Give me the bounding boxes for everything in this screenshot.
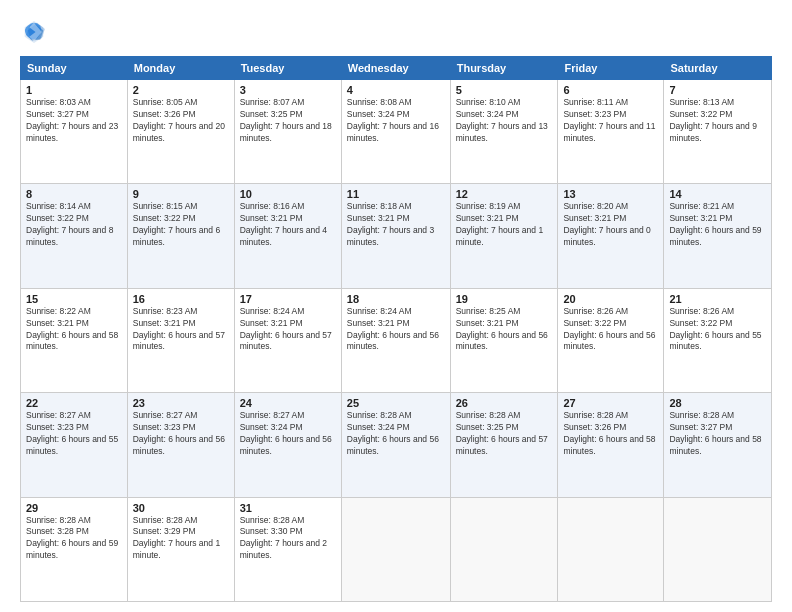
day-number: 21 (669, 293, 766, 305)
day-number: 8 (26, 188, 122, 200)
day-info: Sunrise: 8:16 AMSunset: 3:21 PMDaylight:… (240, 201, 336, 249)
day-cell: 31 Sunrise: 8:28 AMSunset: 3:30 PMDaylig… (234, 497, 341, 601)
day-of-week-sunday: Sunday (21, 57, 128, 80)
day-info: Sunrise: 8:28 AMSunset: 3:27 PMDaylight:… (669, 410, 766, 458)
day-cell: 1 Sunrise: 8:03 AMSunset: 3:27 PMDayligh… (21, 80, 128, 184)
day-cell: 3 Sunrise: 8:07 AMSunset: 3:25 PMDayligh… (234, 80, 341, 184)
day-info: Sunrise: 8:25 AMSunset: 3:21 PMDaylight:… (456, 306, 553, 354)
header (20, 18, 772, 46)
day-number: 29 (26, 502, 122, 514)
day-number: 17 (240, 293, 336, 305)
day-of-week-friday: Friday (558, 57, 664, 80)
logo-icon (20, 18, 48, 46)
day-number: 11 (347, 188, 445, 200)
day-info: Sunrise: 8:28 AMSunset: 3:29 PMDaylight:… (133, 515, 229, 563)
day-number: 2 (133, 84, 229, 96)
day-info: Sunrise: 8:28 AMSunset: 3:24 PMDaylight:… (347, 410, 445, 458)
day-cell: 14 Sunrise: 8:21 AMSunset: 3:21 PMDaylig… (664, 184, 772, 288)
day-cell: 5 Sunrise: 8:10 AMSunset: 3:24 PMDayligh… (450, 80, 558, 184)
day-number: 3 (240, 84, 336, 96)
day-number: 9 (133, 188, 229, 200)
day-cell: 30 Sunrise: 8:28 AMSunset: 3:29 PMDaylig… (127, 497, 234, 601)
day-cell: 19 Sunrise: 8:25 AMSunset: 3:21 PMDaylig… (450, 288, 558, 392)
day-info: Sunrise: 8:08 AMSunset: 3:24 PMDaylight:… (347, 97, 445, 145)
day-info: Sunrise: 8:03 AMSunset: 3:27 PMDaylight:… (26, 97, 122, 145)
day-info: Sunrise: 8:28 AMSunset: 3:26 PMDaylight:… (563, 410, 658, 458)
week-row-5: 29 Sunrise: 8:28 AMSunset: 3:28 PMDaylig… (21, 497, 772, 601)
day-cell: 12 Sunrise: 8:19 AMSunset: 3:21 PMDaylig… (450, 184, 558, 288)
day-number: 31 (240, 502, 336, 514)
logo (20, 18, 52, 46)
day-info: Sunrise: 8:28 AMSunset: 3:30 PMDaylight:… (240, 515, 336, 563)
day-info: Sunrise: 8:23 AMSunset: 3:21 PMDaylight:… (133, 306, 229, 354)
day-number: 18 (347, 293, 445, 305)
day-of-week-tuesday: Tuesday (234, 57, 341, 80)
day-cell: 26 Sunrise: 8:28 AMSunset: 3:25 PMDaylig… (450, 393, 558, 497)
day-info: Sunrise: 8:27 AMSunset: 3:24 PMDaylight:… (240, 410, 336, 458)
day-number: 25 (347, 397, 445, 409)
day-cell: 23 Sunrise: 8:27 AMSunset: 3:23 PMDaylig… (127, 393, 234, 497)
day-number: 12 (456, 188, 553, 200)
week-row-1: 1 Sunrise: 8:03 AMSunset: 3:27 PMDayligh… (21, 80, 772, 184)
day-info: Sunrise: 8:28 AMSunset: 3:25 PMDaylight:… (456, 410, 553, 458)
day-cell: 28 Sunrise: 8:28 AMSunset: 3:27 PMDaylig… (664, 393, 772, 497)
day-cell: 8 Sunrise: 8:14 AMSunset: 3:22 PMDayligh… (21, 184, 128, 288)
day-cell: 7 Sunrise: 8:13 AMSunset: 3:22 PMDayligh… (664, 80, 772, 184)
header-row: SundayMondayTuesdayWednesdayThursdayFrid… (21, 57, 772, 80)
day-info: Sunrise: 8:28 AMSunset: 3:28 PMDaylight:… (26, 515, 122, 563)
week-row-4: 22 Sunrise: 8:27 AMSunset: 3:23 PMDaylig… (21, 393, 772, 497)
day-number: 28 (669, 397, 766, 409)
day-cell: 16 Sunrise: 8:23 AMSunset: 3:21 PMDaylig… (127, 288, 234, 392)
day-number: 1 (26, 84, 122, 96)
day-of-week-saturday: Saturday (664, 57, 772, 80)
day-info: Sunrise: 8:14 AMSunset: 3:22 PMDaylight:… (26, 201, 122, 249)
day-number: 23 (133, 397, 229, 409)
day-cell: 27 Sunrise: 8:28 AMSunset: 3:26 PMDaylig… (558, 393, 664, 497)
day-cell (341, 497, 450, 601)
day-number: 26 (456, 397, 553, 409)
day-cell: 17 Sunrise: 8:24 AMSunset: 3:21 PMDaylig… (234, 288, 341, 392)
day-info: Sunrise: 8:27 AMSunset: 3:23 PMDaylight:… (26, 410, 122, 458)
day-info: Sunrise: 8:07 AMSunset: 3:25 PMDaylight:… (240, 97, 336, 145)
day-cell: 20 Sunrise: 8:26 AMSunset: 3:22 PMDaylig… (558, 288, 664, 392)
day-number: 4 (347, 84, 445, 96)
day-cell: 25 Sunrise: 8:28 AMSunset: 3:24 PMDaylig… (341, 393, 450, 497)
day-number: 10 (240, 188, 336, 200)
day-cell (558, 497, 664, 601)
day-cell: 11 Sunrise: 8:18 AMSunset: 3:21 PMDaylig… (341, 184, 450, 288)
day-info: Sunrise: 8:19 AMSunset: 3:21 PMDaylight:… (456, 201, 553, 249)
day-cell: 10 Sunrise: 8:16 AMSunset: 3:21 PMDaylig… (234, 184, 341, 288)
day-number: 16 (133, 293, 229, 305)
day-cell (664, 497, 772, 601)
day-cell: 21 Sunrise: 8:26 AMSunset: 3:22 PMDaylig… (664, 288, 772, 392)
day-cell: 18 Sunrise: 8:24 AMSunset: 3:21 PMDaylig… (341, 288, 450, 392)
day-info: Sunrise: 8:24 AMSunset: 3:21 PMDaylight:… (347, 306, 445, 354)
day-info: Sunrise: 8:05 AMSunset: 3:26 PMDaylight:… (133, 97, 229, 145)
day-info: Sunrise: 8:20 AMSunset: 3:21 PMDaylight:… (563, 201, 658, 249)
day-info: Sunrise: 8:18 AMSunset: 3:21 PMDaylight:… (347, 201, 445, 249)
calendar-table: SundayMondayTuesdayWednesdayThursdayFrid… (20, 56, 772, 602)
day-cell: 2 Sunrise: 8:05 AMSunset: 3:26 PMDayligh… (127, 80, 234, 184)
day-of-week-wednesday: Wednesday (341, 57, 450, 80)
day-number: 13 (563, 188, 658, 200)
day-info: Sunrise: 8:21 AMSunset: 3:21 PMDaylight:… (669, 201, 766, 249)
day-info: Sunrise: 8:26 AMSunset: 3:22 PMDaylight:… (563, 306, 658, 354)
week-row-2: 8 Sunrise: 8:14 AMSunset: 3:22 PMDayligh… (21, 184, 772, 288)
day-of-week-monday: Monday (127, 57, 234, 80)
day-number: 6 (563, 84, 658, 96)
day-number: 24 (240, 397, 336, 409)
day-info: Sunrise: 8:26 AMSunset: 3:22 PMDaylight:… (669, 306, 766, 354)
day-cell: 13 Sunrise: 8:20 AMSunset: 3:21 PMDaylig… (558, 184, 664, 288)
day-number: 20 (563, 293, 658, 305)
day-cell: 29 Sunrise: 8:28 AMSunset: 3:28 PMDaylig… (21, 497, 128, 601)
page: SundayMondayTuesdayWednesdayThursdayFrid… (0, 0, 792, 612)
day-number: 5 (456, 84, 553, 96)
day-info: Sunrise: 8:22 AMSunset: 3:21 PMDaylight:… (26, 306, 122, 354)
day-number: 27 (563, 397, 658, 409)
day-info: Sunrise: 8:27 AMSunset: 3:23 PMDaylight:… (133, 410, 229, 458)
day-number: 15 (26, 293, 122, 305)
day-info: Sunrise: 8:10 AMSunset: 3:24 PMDaylight:… (456, 97, 553, 145)
day-of-week-thursday: Thursday (450, 57, 558, 80)
day-info: Sunrise: 8:11 AMSunset: 3:23 PMDaylight:… (563, 97, 658, 145)
day-cell: 4 Sunrise: 8:08 AMSunset: 3:24 PMDayligh… (341, 80, 450, 184)
